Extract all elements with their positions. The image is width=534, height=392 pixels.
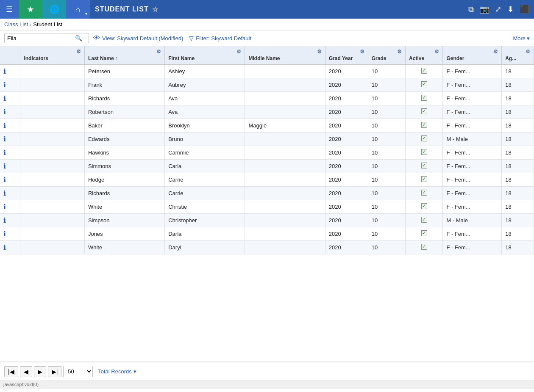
row-gender-cell: F - Fem... [443,173,502,187]
expand-tool-button[interactable]: ⤢ [493,3,503,16]
row-info-cell: ℹ [0,187,20,200]
row-middle-name-cell [245,160,325,173]
download-tool-button[interactable]: ⬇ [506,3,515,16]
table-row: ℹ White Christie 2020 10 F - Fem... 18 [0,200,534,214]
info-icon[interactable]: ℹ [3,203,6,210]
row-age-cell: 18 [502,160,534,173]
age-col-gear[interactable]: ⚙ [526,49,530,55]
hamburger-button[interactable]: ☰ [0,0,19,19]
breadcrumb-separator: › [30,22,31,28]
favorites-nav-button[interactable]: ★ [19,0,42,19]
window-tool-button[interactable]: ⬛ [518,3,531,16]
row-info-cell: ℹ [0,133,20,146]
first-name-col-gear[interactable]: ⚙ [236,49,241,55]
student-table: ⚙ Indicators ⚙ Last Name ↑ ⚙ First Name [0,46,534,254]
active-checkbox[interactable] [421,217,427,223]
info-icon[interactable]: ℹ [3,163,6,170]
row-active-cell [406,173,443,187]
next-page-button[interactable]: ▶ [34,366,46,377]
more-button[interactable]: More ▾ [513,35,530,41]
view-label: View: Skyward Default (Modified) [102,35,183,41]
first-page-button[interactable]: |◀ [4,366,18,377]
grade-col-gear[interactable]: ⚙ [397,49,402,55]
info-icon[interactable]: ℹ [3,217,6,224]
active-checkbox[interactable] [421,203,427,209]
middle-name-col-gear[interactable]: ⚙ [317,49,322,55]
info-icon[interactable]: ℹ [3,244,6,251]
row-last-name-cell: Jones [84,227,164,241]
row-gender-cell: F - Fem... [443,187,502,200]
info-icon[interactable]: ℹ [3,108,6,116]
row-age-cell: 18 [502,187,534,200]
active-checkbox[interactable] [421,95,427,101]
row-gender-cell: F - Fem... [443,200,502,214]
gender-col-gear[interactable]: ⚙ [493,49,498,55]
active-checkbox[interactable] [421,135,427,141]
search-input[interactable] [7,35,75,41]
info-icon[interactable]: ℹ [3,135,6,143]
row-grad-year-cell: 2020 [325,105,368,119]
info-icon[interactable]: ℹ [3,149,6,156]
col-age: ⚙ Ag... [502,46,534,64]
row-grad-year-cell: 2020 [325,64,368,78]
globe-nav-button[interactable]: 🌐 [42,0,66,19]
copy-tool-button[interactable]: ⧉ [467,3,476,16]
row-gender-cell: F - Fem... [443,160,502,173]
row-active-cell [406,119,443,133]
search-icon[interactable]: 🔍 [75,35,82,41]
active-checkbox[interactable] [421,163,427,168]
info-icon[interactable]: ℹ [3,81,6,88]
last-name-col-gear[interactable]: ⚙ [156,49,161,55]
row-grade-cell: 10 [368,105,405,119]
title-favorite-star[interactable]: ☆ [152,6,159,14]
row-first-name-cell: Carrie [165,173,245,187]
row-grade-cell: 10 [368,214,405,227]
row-age-cell: 18 [502,214,534,227]
active-checkbox[interactable] [421,81,427,87]
active-checkbox[interactable] [421,108,427,114]
prev-page-button[interactable]: ◀ [20,366,32,377]
total-records-button[interactable]: Total Records ▾ [98,368,136,375]
total-records-label: Total Records [98,368,131,375]
total-records-arrow: ▾ [134,368,136,375]
row-info-cell: ℹ [0,92,20,105]
active-col-gear[interactable]: ⚙ [434,49,439,55]
row-age-cell: 18 [502,200,534,214]
active-checkbox[interactable] [421,230,427,236]
info-icon[interactable]: ℹ [3,122,6,129]
last-page-button[interactable]: ▶| [48,366,62,377]
info-icon[interactable]: ℹ [3,68,6,75]
active-checkbox[interactable] [421,176,427,182]
info-icon[interactable]: ℹ [3,230,6,237]
row-first-name-cell: Cammie [165,146,245,160]
row-last-name-cell: Baker [84,119,164,133]
col-first-name: ⚙ First Name [165,46,245,64]
view-button[interactable]: 👁 View: Skyward Default (Modified) [93,34,183,42]
info-icon[interactable]: ℹ [3,176,6,183]
more-label: More [513,35,526,41]
last-name-sort-icon[interactable]: ↑ [115,55,118,61]
grad-year-col-gear[interactable]: ⚙ [360,49,364,55]
row-gender-cell: F - Fem... [443,146,502,160]
active-checkbox[interactable] [421,68,427,74]
active-checkbox[interactable] [421,244,427,250]
row-gender-cell: M - Male [443,133,502,146]
filter-button[interactable]: ▽ Filter: Skyward Default [189,35,251,41]
info-icon[interactable]: ℹ [3,190,6,197]
row-info-cell: ℹ [0,146,20,160]
active-checkbox[interactable] [421,149,427,155]
active-checkbox[interactable] [421,190,427,196]
breadcrumb-class-list[interactable]: Class List [4,21,28,28]
search-box[interactable]: 🔍 [4,33,89,43]
camera-tool-button[interactable]: 📷 [478,3,491,16]
home-nav-button[interactable]: ⌂ ▾ [66,0,90,19]
table-row: ℹ Robertson Ava 2020 10 F - Fem... 18 [0,105,534,119]
row-info-cell: ℹ [0,200,20,214]
info-icon[interactable]: ℹ [3,95,6,102]
active-checkbox[interactable] [421,122,427,128]
row-last-name-cell: Robertson [84,105,164,119]
row-grad-year-cell: 2020 [325,241,368,254]
row-first-name-cell: Carla [165,160,245,173]
per-page-select[interactable]: 25 50 100 [63,366,93,377]
indicators-col-gear[interactable]: ⚙ [76,49,81,55]
